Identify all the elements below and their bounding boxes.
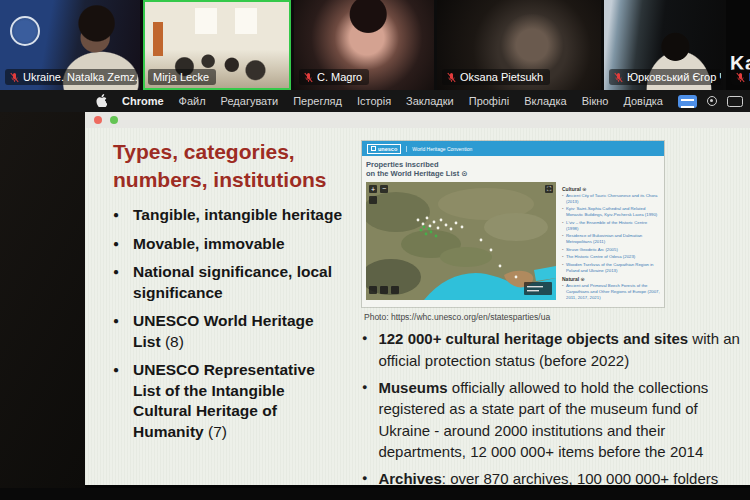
photo-caption: Photo: https://whc.unesco.org/en/statesp…	[364, 312, 745, 322]
menu-item-edit[interactable]: Редагувати	[221, 95, 279, 107]
participant-name: C. Magro	[317, 71, 362, 83]
participant-name-tag: Mirja Lecke	[148, 69, 216, 85]
cultural-site-link: Struve Geodetic Arc (2005)	[562, 247, 660, 253]
unesco-emblem-backdrop	[10, 16, 40, 46]
unesco-logo: unesco	[367, 144, 401, 154]
bullet-dot: ●	[362, 328, 367, 371]
participant-name-tag: C. Magro	[299, 69, 369, 85]
list-item: ● Archives: over 870 archives, 100 000 0…	[362, 468, 745, 485]
participant-tile-magro[interactable]: C. Magro	[294, 0, 434, 90]
participant-tile-oksana[interactable]: Oksana Pietsukh	[437, 0, 601, 90]
browser-window: Types, categories, numbers, institutions…	[85, 112, 750, 488]
record-status-icon[interactable]	[707, 96, 717, 106]
language-badge-icon[interactable]	[727, 96, 743, 107]
list-item: ● Tangible, intangible heritage	[113, 205, 345, 225]
svg-text:−: −	[382, 185, 386, 192]
bullet-dot: ●	[113, 205, 119, 225]
presentation-slide: Types, categories, numbers, institutions…	[85, 128, 750, 485]
bullet-dot: ●	[113, 234, 119, 254]
unesco-site-header: unesco World Heritage Convention	[362, 141, 664, 156]
menu-item-file[interactable]: Файл	[179, 95, 206, 107]
participant-tile-mirja-active-speaker[interactable]: Mirja Lecke	[143, 0, 291, 90]
cultural-sites-label: Cultural ⊙	[562, 186, 660, 192]
participant-name: Oksana Pietsukh	[460, 71, 543, 83]
screen: Ukraine. Natalka Zemz... Mirja Lecke C. …	[0, 0, 750, 500]
zoom-video-strip: Ukraine. Natalka Zemz... Mirja Lecke C. …	[0, 0, 750, 90]
cultural-site-link: The Historic Centre of Odesa (2023)	[562, 254, 660, 260]
menu-item-window[interactable]: Вікно	[582, 95, 609, 107]
list-item: ● National significance, local significa…	[113, 262, 345, 303]
slide-left-column: Types, categories, numbers, institutions…	[113, 136, 345, 485]
close-window-button[interactable]	[94, 116, 102, 124]
laptop-bezel-bottom	[0, 488, 750, 500]
svg-text:⛶: ⛶	[547, 186, 551, 192]
cultural-site-link: L'viv – the Ensemble of the Historic Cen…	[562, 220, 660, 232]
menu-item-profiles[interactable]: Профілі	[469, 95, 510, 107]
cultural-site-link: Residence of Bukovinian and Dalmatian Me…	[562, 233, 660, 245]
menu-item-bookmarks[interactable]: Закладки	[406, 95, 454, 107]
bullet-dot: ●	[362, 377, 367, 462]
window-titlebar	[85, 112, 750, 128]
slide-right-bullets: ● 122 000+ cultural heritage objects and…	[362, 328, 745, 485]
list-item: ● Movable, immovable	[113, 234, 345, 254]
menu-item-view[interactable]: Перегляд	[293, 95, 342, 107]
cultural-site-link: Ancient City of Tauric Chersonese and it…	[562, 193, 660, 205]
participant-name-tag: К	[731, 69, 750, 85]
apple-menu-icon[interactable]	[96, 94, 107, 109]
input-source-icon[interactable]	[678, 95, 697, 108]
bullet-dot: ●	[113, 262, 119, 303]
participant-name: Юрковський Єгор ЧН...	[627, 71, 721, 83]
list-item: ● UNESCO World Heritage List (8)	[113, 311, 345, 352]
fullscreen-window-button[interactable]	[110, 116, 118, 124]
menu-item-tab[interactable]: Вкладка	[524, 95, 566, 107]
participant-name: Ukraine. Natalka Zemz...	[23, 71, 137, 83]
participant-tile-natalka[interactable]: Ukraine. Natalka Zemz...	[0, 0, 140, 90]
muted-mic-icon	[447, 72, 456, 83]
cultural-site-link: Wooden Tserkvas of the Carpathian Region…	[562, 262, 660, 274]
unesco-website-screenshot: unesco World Heritage Convention Propert…	[362, 141, 664, 307]
screen-bezel-edge	[0, 112, 85, 488]
natural-site-link: Ancient and Primeval Beech Forests of th…	[562, 283, 660, 301]
participant-name-tag: Oksana Pietsukh	[442, 69, 550, 85]
participant-name: Mirja Lecke	[153, 71, 209, 83]
bullet-dot: ●	[113, 311, 119, 352]
muted-mic-icon	[10, 72, 19, 83]
menu-item-history[interactable]: Історія	[357, 95, 391, 107]
muted-mic-icon	[304, 72, 313, 83]
list-item: ● Museums officially allowed to hold the…	[362, 377, 745, 462]
menu-status-area: ╲ Вт 11 лист. 15	[678, 95, 750, 108]
muted-mic-icon	[614, 72, 623, 83]
bullet-dot: ●	[113, 360, 119, 442]
natural-sites-label: Natural ⊙	[562, 276, 660, 282]
unesco-logo-icon	[371, 146, 376, 151]
svg-text:+: +	[371, 185, 375, 192]
heritage-sites-list: Cultural ⊙ Ancient City of Tauric Cherso…	[562, 182, 660, 303]
bullet-dot: ●	[362, 468, 367, 485]
menu-app-name[interactable]: Chrome	[122, 95, 164, 107]
participant-tile-yurkovskyi[interactable]: Юрковський Єгор ЧН...	[604, 0, 723, 90]
slide-right-column: unesco World Heritage Convention Propert…	[345, 136, 750, 485]
list-item: ● UNESCO Representative List of the Inta…	[113, 360, 345, 442]
menu-item-help[interactable]: Довідка	[623, 95, 663, 107]
muted-mic-icon	[736, 72, 745, 83]
participant-tile-kat[interactable]: Kat К	[726, 0, 750, 90]
list-item: ● 122 000+ cultural heritage objects and…	[362, 328, 745, 371]
heritage-sites-map: + − ⛶	[366, 182, 556, 300]
participant-name-tag: Юрковський Єгор ЧН...	[609, 69, 721, 85]
macos-menu-bar: Chrome Файл Редагувати Перегляд Історія …	[0, 90, 750, 112]
site-heading: Properties inscribed on the World Herita…	[362, 156, 664, 182]
site-header-title: World Heritage Convention	[406, 146, 472, 152]
cultural-site-link: Kyiv: Saint-Sophia Cathedral and Related…	[562, 206, 660, 218]
slide-title: Types, categories, numbers, institutions	[113, 138, 345, 193]
slide-left-bullets: ● Tangible, intangible heritage ● Movabl…	[113, 205, 345, 442]
participant-name-tag: Ukraine. Natalka Zemz...	[5, 69, 137, 85]
